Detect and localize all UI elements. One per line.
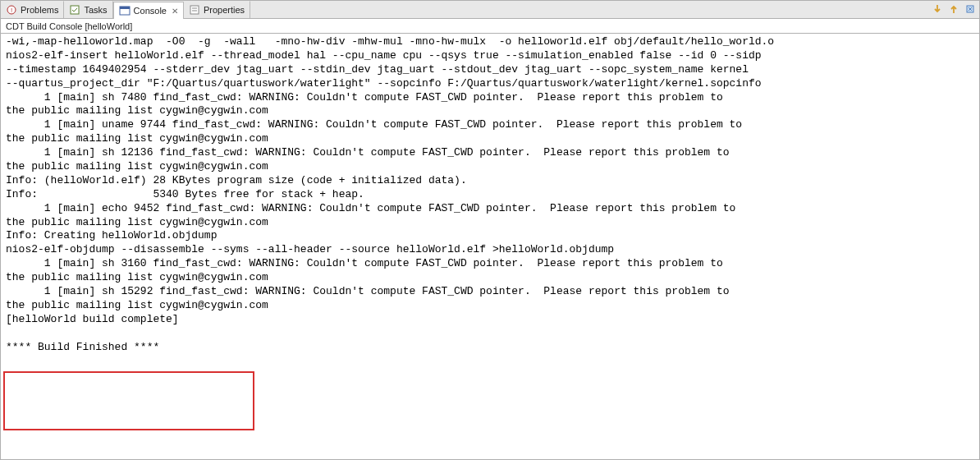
arrow-up-icon[interactable]	[947, 2, 960, 16]
problems-icon: !	[6, 4, 17, 16]
arrow-down-icon[interactable]	[931, 2, 944, 16]
console-title: CDT Build Console [helloWorld]	[1, 19, 979, 34]
svg-rect-5	[190, 6, 199, 14]
toolbar	[931, 2, 977, 16]
tab-bar: ! Problems Tasks Console ✕ Properties	[1, 1, 979, 19]
console-icon	[119, 5, 131, 16]
tab-problems[interactable]: ! Problems	[1, 1, 64, 18]
tab-label: Properties	[204, 5, 245, 15]
svg-text:!: !	[11, 7, 12, 14]
tasks-icon	[69, 4, 80, 16]
console-output[interactable]: -wi,-map-helloworld.map -O0 -g -wall -mn…	[1, 34, 979, 459]
close-icon[interactable]: ✕	[172, 7, 178, 16]
tab-tasks[interactable]: Tasks	[64, 1, 112, 18]
svg-rect-4	[120, 7, 130, 9]
tab-label: Problems	[21, 5, 58, 15]
tab-label: Tasks	[84, 5, 107, 15]
tab-console[interactable]: Console ✕	[113, 2, 184, 19]
tab-properties[interactable]: Properties	[184, 1, 250, 18]
svg-rect-2	[71, 6, 79, 14]
tab-label: Console	[134, 6, 167, 16]
pin-icon[interactable]	[964, 2, 977, 16]
properties-icon	[189, 4, 200, 16]
